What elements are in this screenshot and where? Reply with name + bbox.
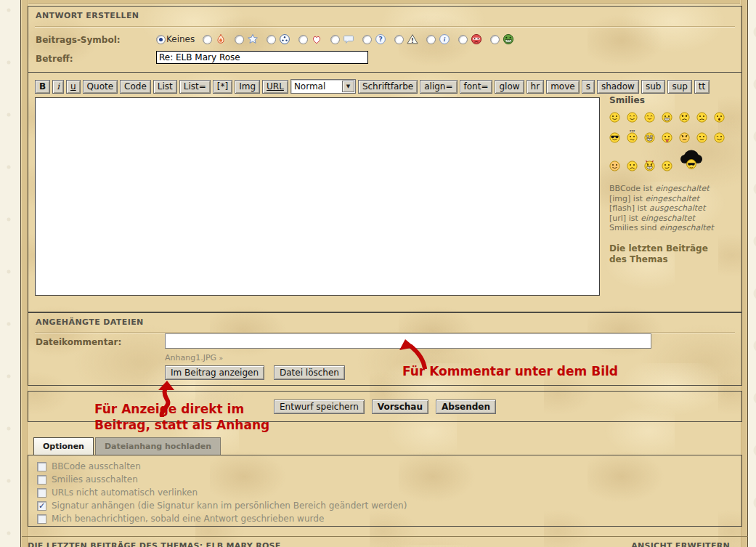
afro-smiley[interactable]	[679, 150, 704, 171]
post-icon-radio[interactable]	[235, 35, 244, 44]
bbcode-button-schriftfarbe[interactable]: Schriftfarbe	[358, 80, 418, 94]
editor-section: BiuQuoteCodeListList=[*]ImgURL Normal ▼ …	[28, 72, 742, 312]
tab-dateianhang-hochladen[interactable]: Dateianhang hochladen	[95, 437, 221, 455]
bbcode-button-url[interactable]: URL	[262, 80, 288, 94]
smilies-panel: Smilies ??? BBCode ist eingeschaltet[img…	[609, 95, 739, 265]
bbcode-button-listx[interactable]: List=	[179, 80, 211, 94]
forum-reply-page: { "post_form": { "section_title": "ANTWO…	[0, 0, 756, 547]
bbcode-toolbar: BiuQuoteCodeListList=[*]ImgURL Normal ▼ …	[35, 79, 710, 94]
page-top-strip	[28, 0, 740, 4]
shocked-smiley[interactable]	[714, 112, 725, 123]
tabs-bar: OptionenDateianhang hochladen	[33, 437, 221, 455]
attachment-filename-text: Anhang1.JPG	[165, 353, 216, 362]
checkbox[interactable]	[37, 462, 46, 471]
post-icon-option-star	[235, 33, 259, 45]
heart-icon	[311, 33, 322, 45]
smilies-title: Smilies	[609, 95, 739, 105]
post-icon-radio[interactable]	[394, 35, 404, 44]
post-icon-radio[interactable]	[203, 35, 212, 44]
bbcode-button-sup[interactable]: sup	[667, 80, 691, 94]
bbcode-button-move[interactable]: move	[546, 80, 580, 94]
neutral-smiley[interactable]	[696, 132, 707, 143]
bbcode-button-fontx[interactable]: font=	[460, 80, 493, 94]
bbcode-status-line: BBCode ist eingeschaltet	[609, 184, 739, 194]
submit-button[interactable]: Absenden	[436, 400, 496, 414]
attachments-section: ANGEHÄNGTE DATEIEN Dateikommentar: Anhan…	[28, 312, 742, 386]
post-icon-option-warning: !	[394, 33, 418, 45]
bbcode-button-b[interactable]: B	[35, 80, 50, 94]
post-icon-radio[interactable]	[267, 35, 276, 44]
confused-smiley[interactable]: ???	[627, 129, 638, 143]
checkbox[interactable]	[37, 475, 46, 485]
checkbox[interactable]	[37, 514, 46, 524]
post-icon-radio[interactable]	[490, 35, 500, 44]
post-icon-radio[interactable]	[298, 35, 308, 44]
star-icon	[247, 33, 259, 45]
bbcode-button-list[interactable]: List	[153, 80, 177, 94]
post-icon-none-label: Keines	[166, 34, 195, 44]
devil-smiley[interactable]	[644, 160, 655, 171]
create-reply-section: ANTWORT ERSTELLEN Beitrags-Symbol: Keine…	[28, 6, 742, 73]
bbcode-button-img[interactable]: Img	[235, 80, 260, 94]
post-icon-radio[interactable]	[330, 35, 340, 44]
attachment-filename: Anhang1.JPG »	[165, 353, 223, 362]
bbcode-button-s[interactable]: s	[582, 80, 595, 94]
mad-smiley[interactable]	[679, 112, 690, 123]
smirk-smiley[interactable]	[662, 161, 672, 171]
bbcode-button-code[interactable]: Code	[120, 80, 151, 94]
bbcode-button-i[interactable]: i	[52, 80, 64, 94]
bbcode-button-quote[interactable]: Quote	[83, 80, 118, 94]
expand-icon[interactable]: »	[219, 354, 224, 362]
eek-smiley[interactable]	[644, 132, 655, 143]
post-icon-radio[interactable]	[362, 35, 372, 44]
post-icon-radio[interactable]	[156, 35, 166, 44]
page-left-edge	[22, 0, 28, 547]
post-icon-option-mad-smiley	[458, 33, 482, 45]
angry-smiley[interactable]	[679, 132, 690, 143]
cool-smiley[interactable]	[609, 132, 620, 143]
show-in-post-button[interactable]: Im Beitrag anzeigen	[165, 365, 264, 380]
post-icon-label: Beitrags-Symbol:	[36, 35, 121, 45]
bbcode-status-list: BBCode ist eingeschaltet[img] ist einges…	[609, 184, 739, 233]
checkbox[interactable]	[37, 488, 46, 498]
svg-text:???: ???	[630, 129, 635, 133]
bbcode-button-glow[interactable]: glow	[495, 80, 524, 94]
bbcode-button-shadow[interactable]: shadow	[597, 80, 639, 94]
sad-smiley[interactable]	[696, 112, 707, 123]
wink-smiley[interactable]	[714, 132, 725, 143]
bbcode-button-sub[interactable]: sub	[641, 80, 665, 94]
last-posts-heading: DIE LETZTEN BEITRÄGE DES THEMAS: ELB MAR…	[28, 541, 281, 547]
delete-file-button[interactable]: Datei löschen	[274, 365, 345, 380]
post-icon-radio[interactable]	[426, 35, 436, 44]
post-icon-option-info: i	[426, 33, 450, 45]
options-section: BBCode ausschaltenSmilies ausschaltenURL…	[28, 455, 742, 527]
post-icon-option-heart	[298, 33, 322, 45]
preview-button[interactable]: Vorschau	[372, 400, 428, 414]
content-smiley[interactable]	[627, 112, 638, 123]
frown-smiley[interactable]	[627, 161, 638, 171]
laugh-smiley[interactable]	[644, 112, 655, 123]
bbcode-button-xxx[interactable]: [*]	[213, 80, 232, 94]
post-icon-radio[interactable]	[458, 35, 468, 44]
smile-smiley[interactable]	[609, 112, 620, 123]
bbcode-button-hr[interactable]: hr	[527, 80, 545, 94]
checkbox-checked[interactable]: ✓	[37, 501, 46, 511]
bbcode-button-u[interactable]: u	[66, 80, 81, 94]
blush-smiley[interactable]	[609, 161, 620, 171]
grin-smiley[interactable]	[662, 112, 672, 123]
bbcode-button-tt[interactable]: tt	[694, 80, 710, 94]
tab-optionen[interactable]: Optionen	[33, 437, 94, 455]
last-posts-title: Die letzten Beiträge des Themas	[609, 243, 718, 265]
subject-input[interactable]	[156, 51, 368, 64]
font-size-select[interactable]: Normal ▼	[290, 79, 356, 94]
save-draft-button[interactable]: Entwurf speichern	[274, 400, 365, 414]
tongue-smiley[interactable]	[662, 132, 672, 143]
font-size-select-value: Normal	[291, 81, 342, 92]
option-row: BBCode ausschalten	[37, 460, 407, 473]
warning-icon: !	[407, 33, 418, 45]
expand-view-link[interactable]: ANSICHT ERWEITERN	[631, 541, 730, 547]
bbcode-status-line: [url] ist eingeschaltet	[609, 214, 739, 224]
bbcode-button-alignx[interactable]: align=	[420, 80, 457, 94]
message-textarea[interactable]	[35, 97, 600, 296]
bbcode-toolbar-right: Schriftfarbealign=font=glowhrmovesshadow…	[358, 80, 710, 94]
